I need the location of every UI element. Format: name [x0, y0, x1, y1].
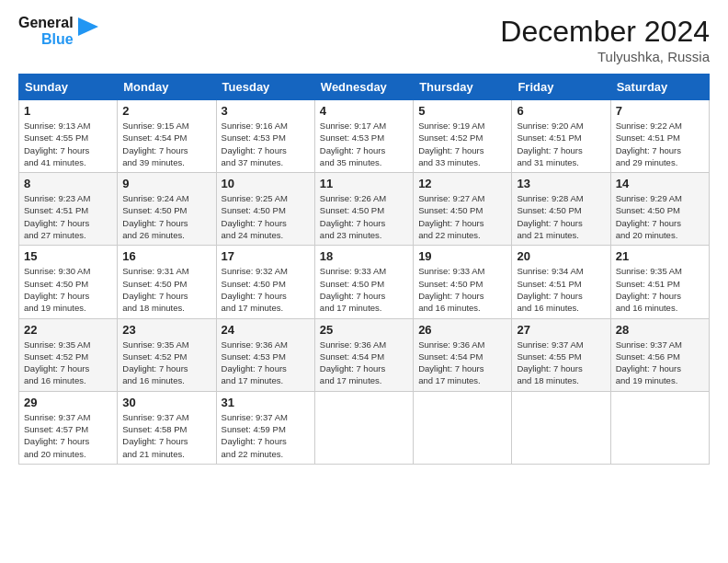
day-info: Sunrise: 9:13 AM Sunset: 4:55 PM Dayligh… — [24, 120, 112, 168]
calendar-cell: 2Sunrise: 9:15 AM Sunset: 4:54 PM Daylig… — [118, 100, 216, 173]
calendar-cell: 14Sunrise: 9:29 AM Sunset: 4:50 PM Dayli… — [610, 173, 709, 246]
day-info: Sunrise: 9:20 AM Sunset: 4:51 PM Dayligh… — [517, 120, 605, 168]
calendar-cell: 18Sunrise: 9:33 AM Sunset: 4:50 PM Dayli… — [314, 246, 413, 318]
calendar-cell: 10Sunrise: 9:25 AM Sunset: 4:50 PM Dayli… — [216, 173, 314, 246]
day-number: 15 — [24, 249, 112, 263]
calendar-cell: 22Sunrise: 9:35 AM Sunset: 4:52 PM Dayli… — [19, 318, 118, 391]
day-info: Sunrise: 9:33 AM Sunset: 4:50 PM Dayligh… — [418, 265, 506, 314]
svg-marker-0 — [78, 17, 98, 36]
page: General Blue December 2024 Tulyushka, Ru… — [0, 0, 728, 563]
day-number: 5 — [418, 104, 506, 118]
subtitle: Tulyushka, Russia — [500, 49, 710, 64]
day-info: Sunrise: 9:35 AM Sunset: 4:52 PM Dayligh… — [24, 339, 112, 387]
calendar-cell: 3Sunrise: 9:16 AM Sunset: 4:53 PM Daylig… — [216, 100, 314, 173]
calendar-cell: 19Sunrise: 9:33 AM Sunset: 4:50 PM Dayli… — [414, 246, 512, 318]
logo-arrow-icon — [78, 17, 98, 45]
day-number: 29 — [24, 396, 112, 409]
day-info: Sunrise: 9:15 AM Sunset: 4:54 PM Dayligh… — [122, 120, 210, 168]
calendar-cell: 27Sunrise: 9:37 AM Sunset: 4:55 PM Dayli… — [512, 318, 610, 391]
day-number: 8 — [24, 177, 112, 190]
day-number: 24 — [222, 323, 310, 337]
calendar-cell: 23Sunrise: 9:35 AM Sunset: 4:52 PM Dayli… — [118, 318, 216, 391]
calendar-week-3: 15Sunrise: 9:30 AM Sunset: 4:50 PM Dayli… — [19, 246, 710, 318]
day-info: Sunrise: 9:36 AM Sunset: 4:54 PM Dayligh… — [320, 339, 408, 387]
calendar-cell: 4Sunrise: 9:17 AM Sunset: 4:53 PM Daylig… — [314, 100, 413, 173]
day-number: 19 — [418, 249, 506, 263]
weekday-header-wednesday: Wednesday — [314, 75, 413, 100]
day-info: Sunrise: 9:27 AM Sunset: 4:50 PM Dayligh… — [418, 192, 506, 241]
day-info: Sunrise: 9:37 AM Sunset: 4:55 PM Dayligh… — [517, 339, 605, 387]
day-number: 3 — [222, 104, 310, 118]
day-info: Sunrise: 9:24 AM Sunset: 4:50 PM Dayligh… — [122, 192, 210, 241]
calendar-cell: 30Sunrise: 9:37 AM Sunset: 4:58 PM Dayli… — [118, 391, 216, 464]
day-info: Sunrise: 9:17 AM Sunset: 4:53 PM Dayligh… — [320, 120, 408, 168]
day-number: 7 — [616, 104, 704, 118]
day-info: Sunrise: 9:34 AM Sunset: 4:51 PM Dayligh… — [517, 265, 605, 314]
calendar-cell — [512, 391, 610, 464]
calendar-cell: 12Sunrise: 9:27 AM Sunset: 4:50 PM Dayli… — [414, 173, 512, 246]
day-info: Sunrise: 9:28 AM Sunset: 4:50 PM Dayligh… — [517, 192, 605, 241]
weekday-header-saturday: Saturday — [610, 75, 709, 100]
day-info: Sunrise: 9:23 AM Sunset: 4:51 PM Dayligh… — [24, 192, 112, 241]
day-number: 2 — [122, 104, 210, 118]
day-info: Sunrise: 9:26 AM Sunset: 4:50 PM Dayligh… — [320, 192, 408, 241]
calendar-cell: 11Sunrise: 9:26 AM Sunset: 4:50 PM Dayli… — [314, 173, 413, 246]
day-number: 27 — [517, 323, 605, 337]
day-number: 16 — [122, 249, 210, 263]
day-number: 6 — [517, 104, 605, 118]
day-number: 25 — [320, 323, 408, 337]
calendar-cell: 7Sunrise: 9:22 AM Sunset: 4:51 PM Daylig… — [610, 100, 709, 173]
day-number: 18 — [320, 249, 408, 263]
day-number: 11 — [320, 177, 408, 190]
calendar-cell: 5Sunrise: 9:19 AM Sunset: 4:52 PM Daylig… — [414, 100, 512, 173]
logo: General Blue — [18, 15, 98, 47]
day-number: 9 — [122, 177, 210, 190]
calendar-week-1: 1Sunrise: 9:13 AM Sunset: 4:55 PM Daylig… — [19, 100, 710, 173]
calendar-cell: 20Sunrise: 9:34 AM Sunset: 4:51 PM Dayli… — [512, 246, 610, 318]
day-info: Sunrise: 9:36 AM Sunset: 4:54 PM Dayligh… — [418, 339, 506, 387]
day-number: 12 — [418, 177, 506, 190]
calendar-week-2: 8Sunrise: 9:23 AM Sunset: 4:51 PM Daylig… — [19, 173, 710, 246]
day-number: 30 — [122, 396, 210, 409]
calendar-cell: 17Sunrise: 9:32 AM Sunset: 4:50 PM Dayli… — [216, 246, 314, 318]
title-block: December 2024 Tulyushka, Russia — [500, 15, 710, 64]
calendar-cell: 21Sunrise: 9:35 AM Sunset: 4:51 PM Dayli… — [610, 246, 709, 318]
month-title: December 2024 — [500, 15, 710, 49]
day-info: Sunrise: 9:30 AM Sunset: 4:50 PM Dayligh… — [24, 265, 112, 314]
calendar-cell: 28Sunrise: 9:37 AM Sunset: 4:56 PM Dayli… — [610, 318, 709, 391]
calendar-cell: 29Sunrise: 9:37 AM Sunset: 4:57 PM Dayli… — [19, 391, 118, 464]
day-info: Sunrise: 9:37 AM Sunset: 4:58 PM Dayligh… — [122, 411, 210, 460]
header: General Blue December 2024 Tulyushka, Ru… — [18, 15, 710, 64]
day-info: Sunrise: 9:29 AM Sunset: 4:50 PM Dayligh… — [616, 192, 704, 241]
day-info: Sunrise: 9:31 AM Sunset: 4:50 PM Dayligh… — [122, 265, 210, 314]
calendar-cell — [314, 391, 413, 464]
calendar-week-4: 22Sunrise: 9:35 AM Sunset: 4:52 PM Dayli… — [19, 318, 710, 391]
day-number: 4 — [320, 104, 408, 118]
day-info: Sunrise: 9:16 AM Sunset: 4:53 PM Dayligh… — [222, 120, 310, 168]
calendar-cell: 16Sunrise: 9:31 AM Sunset: 4:50 PM Dayli… — [118, 246, 216, 318]
day-number: 21 — [616, 249, 704, 263]
day-number: 13 — [517, 177, 605, 190]
day-number: 1 — [24, 104, 112, 118]
day-number: 17 — [222, 249, 310, 263]
day-number: 14 — [616, 177, 704, 190]
day-number: 20 — [517, 249, 605, 263]
day-info: Sunrise: 9:33 AM Sunset: 4:50 PM Dayligh… — [320, 265, 408, 314]
calendar-cell: 9Sunrise: 9:24 AM Sunset: 4:50 PM Daylig… — [118, 173, 216, 246]
day-number: 31 — [222, 396, 310, 409]
calendar-cell — [414, 391, 512, 464]
calendar-cell: 6Sunrise: 9:20 AM Sunset: 4:51 PM Daylig… — [512, 100, 610, 173]
day-info: Sunrise: 9:36 AM Sunset: 4:53 PM Dayligh… — [222, 339, 310, 387]
day-number: 22 — [24, 323, 112, 337]
weekday-header-monday: Monday — [118, 75, 216, 100]
calendar-cell: 31Sunrise: 9:37 AM Sunset: 4:59 PM Dayli… — [216, 391, 314, 464]
calendar-cell: 13Sunrise: 9:28 AM Sunset: 4:50 PM Dayli… — [512, 173, 610, 246]
day-number: 26 — [418, 323, 506, 337]
day-info: Sunrise: 9:35 AM Sunset: 4:52 PM Dayligh… — [122, 339, 210, 387]
day-info: Sunrise: 9:37 AM Sunset: 4:56 PM Dayligh… — [616, 339, 704, 387]
calendar-cell: 26Sunrise: 9:36 AM Sunset: 4:54 PM Dayli… — [414, 318, 512, 391]
day-info: Sunrise: 9:35 AM Sunset: 4:51 PM Dayligh… — [616, 265, 704, 314]
weekday-header-thursday: Thursday — [414, 75, 512, 100]
day-info: Sunrise: 9:22 AM Sunset: 4:51 PM Dayligh… — [616, 120, 704, 168]
calendar: SundayMondayTuesdayWednesdayThursdayFrid… — [18, 74, 710, 465]
